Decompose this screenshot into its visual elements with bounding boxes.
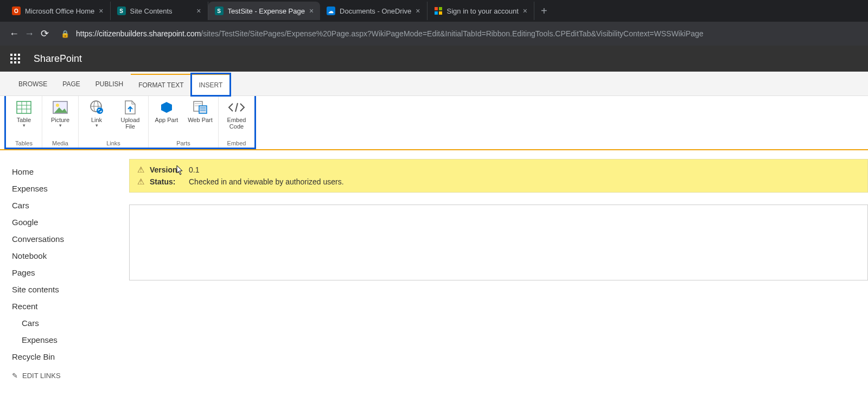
warning-icon: ⚠ [137, 165, 144, 175]
web-part-button[interactable]: Web Part [186, 98, 215, 140]
status-row-status: ⚠ Status: Checked in and viewable by aut… [137, 176, 860, 188]
ribbon-body: Table ▾ Tables Picture ▾ Media [0, 96, 868, 150]
ribbon-tab-page[interactable]: PAGE [55, 74, 87, 95]
btn-label: Embed Code [222, 117, 251, 130]
edit-links-label: EDIT LINKS [22, 372, 61, 380]
version-value: 0.1 [189, 165, 199, 174]
ribbon-highlight-insert: Table ▾ Tables Picture ▾ Media [4, 96, 256, 149]
upload-file-icon [124, 99, 136, 116]
pencil-icon: ✎ [12, 372, 18, 380]
tab-close-icon[interactable]: × [196, 7, 201, 15]
tab-close-icon[interactable]: × [523, 7, 527, 15]
browser-tab-0[interactable]: O Microsoft Office Home × [5, 2, 111, 20]
ribbon-group-tables: Table ▾ Tables [6, 96, 42, 148]
tab-favicon-sharepoint: S [215, 7, 224, 15]
group-label: Links [106, 140, 120, 146]
tab-close-icon[interactable]: × [309, 7, 314, 15]
embed-code-button[interactable]: Embed Code [222, 98, 251, 140]
url-host: https://citizenbuilders.sharepoint.com [76, 29, 201, 38]
globe-link-icon [89, 99, 104, 116]
ribbon-group-media: Picture ▾ Media [42, 96, 79, 148]
picture-icon [53, 99, 68, 116]
tab-favicon-microsoft [434, 7, 443, 15]
address-bar[interactable]: 🔒 https://citizenbuilders.sharepoint.com… [61, 29, 861, 38]
svg-rect-3 [439, 11, 442, 15]
group-label: Parts [176, 140, 190, 146]
nav-pages[interactable]: Pages [12, 264, 118, 281]
nav-recent-cars[interactable]: Cars [12, 315, 118, 331]
svg-rect-20 [199, 106, 207, 113]
nav-recent-expenses[interactable]: Expenses [12, 331, 118, 348]
tab-title: Documents - OneDrive [340, 7, 411, 15]
svg-point-15 [97, 107, 103, 114]
svg-rect-1 [439, 7, 442, 10]
main-content: ⚠ Version: 0.1 ⚠ Status: Checked in and … [125, 150, 868, 386]
product-name: SharePoint [34, 53, 82, 65]
picture-button[interactable]: Picture ▾ [46, 98, 75, 140]
browser-tab-2[interactable]: S TestSite - Expense Page × [208, 2, 321, 20]
warning-icon: ⚠ [137, 177, 144, 187]
quick-launch-nav: Home Expenses Cars Google Conversations … [0, 150, 125, 386]
sharepoint-suite-header: SharePoint [0, 46, 868, 72]
url-path: /sites/TestSite/SitePages/Expense%20Page… [201, 29, 703, 38]
back-button[interactable]: ← [7, 26, 22, 41]
ribbon-group-links: Link ▾ Upload File Links [79, 96, 149, 148]
svg-rect-2 [435, 11, 438, 15]
embed-code-icon [227, 99, 246, 116]
browser-chrome: O Microsoft Office Home × S Site Content… [0, 0, 868, 46]
tab-title: Site Contents [130, 7, 193, 15]
ribbon-tab-format-text[interactable]: FORMAT TEXT [131, 74, 191, 95]
browser-tab-1[interactable]: S Site Contents × [111, 2, 208, 20]
nav-site-contents[interactable]: Site contents [12, 281, 118, 298]
tab-title: Sign in to your account [447, 7, 519, 15]
browser-tab-4[interactable]: Sign in to your account × [427, 2, 534, 20]
tab-title: TestSite - Expense Page [228, 7, 305, 15]
group-label: Tables [15, 140, 33, 146]
table-button[interactable]: Table ▾ [9, 98, 39, 140]
lock-icon: 🔒 [61, 30, 69, 38]
browser-nav-bar: ← → ⟳ 🔒 https://citizenbuilders.sharepoi… [0, 22, 868, 46]
btn-label: Upload File [116, 117, 145, 130]
group-label: Media [52, 140, 68, 146]
forward-button[interactable]: → [22, 26, 37, 41]
dropdown-caret-icon: ▾ [59, 123, 62, 127]
tab-favicon-sharepoint: S [117, 7, 126, 15]
tab-close-icon[interactable]: × [416, 7, 420, 15]
browser-tab-3[interactable]: ☁ Documents - OneDrive × [320, 2, 427, 20]
app-launcher-icon[interactable] [7, 50, 24, 67]
upload-file-button[interactable]: Upload File [116, 98, 145, 140]
wiki-content-editor[interactable] [129, 205, 868, 280]
reload-button[interactable]: ⟳ [37, 26, 52, 41]
page-body: Home Expenses Cars Google Conversations … [0, 150, 868, 386]
web-part-icon [193, 99, 208, 116]
ribbon-group-parts: App Part Web Part Parts [149, 96, 219, 148]
svg-point-10 [56, 104, 59, 107]
status-label: Status: [150, 177, 183, 186]
tab-title: Microsoft Office Home [25, 7, 94, 15]
nav-expenses[interactable]: Expenses [12, 180, 118, 197]
ribbon-tab-insert[interactable]: INSERT [192, 74, 231, 95]
table-icon [16, 99, 31, 116]
app-part-button[interactable]: App Part [152, 98, 181, 140]
nav-conversations[interactable]: Conversations [12, 231, 118, 247]
tab-favicon-office: O [12, 7, 21, 15]
ribbon-tab-browse[interactable]: BROWSE [11, 74, 55, 95]
dropdown-caret-icon: ▾ [95, 123, 98, 127]
nav-recycle-bin[interactable]: Recycle Bin [12, 348, 118, 365]
page-status-bar: ⚠ Version: 0.1 ⚠ Status: Checked in and … [129, 159, 868, 193]
status-row-version: ⚠ Version: 0.1 [137, 164, 860, 176]
link-button[interactable]: Link ▾ [82, 98, 111, 140]
tab-close-icon[interactable]: × [99, 7, 103, 15]
app-part-icon [159, 99, 174, 116]
nav-google[interactable]: Google [12, 214, 118, 231]
nav-recent[interactable]: Recent [12, 298, 118, 315]
nav-notebook[interactable]: Notebook [12, 247, 118, 264]
new-tab-button[interactable]: + [534, 5, 554, 17]
edit-links-button[interactable]: ✎ EDIT LINKS [12, 372, 118, 380]
btn-label: Web Part [188, 117, 213, 123]
ribbon-tab-publish[interactable]: PUBLISH [88, 74, 131, 95]
svg-rect-0 [435, 7, 438, 10]
ribbon-tab-row: BROWSE PAGE PUBLISH FORMAT TEXT INSERT [0, 72, 868, 96]
nav-cars[interactable]: Cars [12, 197, 118, 214]
nav-home[interactable]: Home [12, 163, 118, 180]
